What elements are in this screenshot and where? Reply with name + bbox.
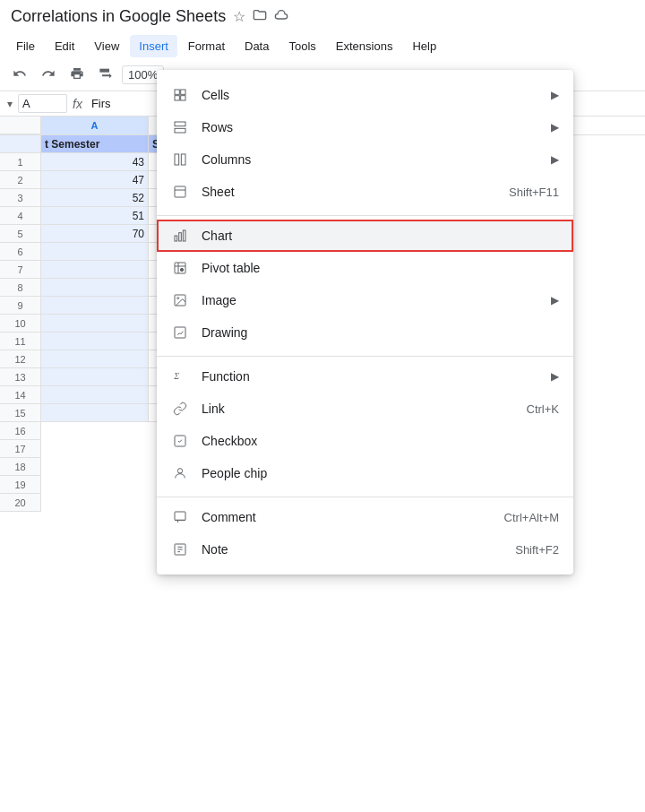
insert-dropdown-menu: Cells ▶ Rows ▶ Columns ▶ xyxy=(157,70,573,574)
svg-rect-13 xyxy=(175,263,185,273)
insert-cells-item[interactable]: Cells ▶ xyxy=(157,79,573,111)
cell-reference[interactable]: A xyxy=(18,94,67,113)
checkbox-icon xyxy=(171,432,189,450)
row-headers: 1 2 3 4 5 6 7 8 9 10 11 12 13 14 15 16 1… xyxy=(0,135,41,512)
paint-format-button[interactable] xyxy=(93,63,118,87)
cell-a-9[interactable] xyxy=(41,297,149,315)
menu-view[interactable]: View xyxy=(85,35,128,57)
cell-a-14[interactable] xyxy=(41,386,149,404)
chart-icon xyxy=(171,227,189,245)
undo-button[interactable] xyxy=(7,63,32,87)
row-header-11: 11 xyxy=(0,333,40,350)
insert-columns-item[interactable]: Columns ▶ xyxy=(157,143,573,176)
svg-rect-6 xyxy=(175,154,179,165)
cell-a-4[interactable]: 51 xyxy=(41,207,149,225)
insert-rows-item[interactable]: Rows ▶ xyxy=(157,111,573,143)
print-button[interactable] xyxy=(64,63,90,87)
insert-note-label: Note xyxy=(202,542,515,557)
insert-checkbox-label: Checkbox xyxy=(202,434,559,448)
menu-data[interactable]: Data xyxy=(236,35,278,57)
note-icon xyxy=(171,540,189,558)
cell-a-2[interactable]: 47 xyxy=(41,171,149,189)
cell-a-8[interactable] xyxy=(41,279,149,297)
menu-tools[interactable]: Tools xyxy=(280,35,324,57)
menu-bar: File Edit View Insert Format Data Tools … xyxy=(0,33,645,59)
insert-drawing-item[interactable]: Drawing xyxy=(157,316,573,349)
svg-rect-10 xyxy=(175,236,177,241)
image-arrow-icon: ▶ xyxy=(551,294,559,307)
cell-a-13[interactable] xyxy=(41,368,149,386)
col-header-a[interactable]: A xyxy=(41,117,149,134)
cell-a-11[interactable] xyxy=(41,333,149,350)
insert-comment-item[interactable]: Comment Ctrl+Alt+M xyxy=(157,501,573,533)
menu-help[interactable]: Help xyxy=(403,35,445,57)
menu-file[interactable]: File xyxy=(7,35,44,57)
svg-text:Σ: Σ xyxy=(173,371,179,381)
cell-a-1[interactable]: 43 xyxy=(41,153,149,171)
cell-a-15[interactable] xyxy=(41,404,149,422)
insert-image-item[interactable]: Image ▶ xyxy=(157,284,573,316)
row-header-18: 18 xyxy=(0,458,40,476)
image-icon xyxy=(171,291,189,309)
insert-sheet-label: Sheet xyxy=(202,185,509,199)
rows-icon xyxy=(171,118,189,136)
comment-shortcut: Ctrl+Alt+M xyxy=(504,511,559,524)
columns-arrow-icon: ▶ xyxy=(551,153,559,166)
svg-rect-19 xyxy=(175,327,185,338)
insert-chart-label: Chart xyxy=(202,229,559,243)
link-icon xyxy=(171,400,189,418)
insert-chart-item[interactable]: Chart xyxy=(157,220,573,252)
cell-a-header[interactable]: t Semester xyxy=(41,135,149,153)
cell-a-10[interactable] xyxy=(41,315,149,333)
cell-a-3[interactable]: 52 xyxy=(41,189,149,207)
menu-format[interactable]: Format xyxy=(179,35,234,57)
svg-rect-1 xyxy=(181,90,185,94)
insert-sheet-item[interactable]: Sheet Shift+F11 xyxy=(157,176,573,208)
row-header-9: 9 xyxy=(0,297,40,315)
insert-pivot-label: Pivot table xyxy=(202,261,559,275)
svg-rect-12 xyxy=(183,230,185,241)
insert-people-chip-item[interactable]: People chip xyxy=(157,457,573,489)
insert-link-item[interactable]: Link Ctrl+K xyxy=(157,393,573,425)
svg-rect-5 xyxy=(175,128,185,133)
insert-note-item[interactable]: Note Shift+F2 xyxy=(157,533,573,566)
expand-icon[interactable]: ▾ xyxy=(7,98,13,110)
cell-a-7[interactable] xyxy=(41,261,149,279)
svg-rect-23 xyxy=(175,512,185,520)
note-shortcut: Shift+F2 xyxy=(515,543,559,557)
row-header-15: 15 xyxy=(0,404,40,422)
folder-icon[interactable] xyxy=(253,8,267,26)
menu-edit[interactable]: Edit xyxy=(46,35,83,57)
people-chip-icon xyxy=(171,464,189,482)
menu-section-1: Cells ▶ Rows ▶ Columns ▶ xyxy=(157,75,573,212)
row-header-20: 20 xyxy=(0,494,40,512)
insert-checkbox-item[interactable]: Checkbox xyxy=(157,425,573,457)
comment-icon xyxy=(171,508,189,526)
cell-a-5[interactable]: 70 xyxy=(41,225,149,243)
star-icon[interactable]: ☆ xyxy=(233,8,245,25)
menu-extensions[interactable]: Extensions xyxy=(327,35,402,57)
sheet-icon xyxy=(171,183,189,201)
redo-button[interactable] xyxy=(36,63,61,87)
row-header-3: 3 xyxy=(0,189,40,207)
svg-point-22 xyxy=(177,469,182,473)
insert-columns-label: Columns xyxy=(202,152,544,167)
svg-rect-8 xyxy=(175,186,185,197)
sheet-shortcut: Shift+F11 xyxy=(509,186,559,199)
columns-icon xyxy=(171,151,189,168)
menu-insert[interactable]: Insert xyxy=(130,35,177,57)
corner-cell xyxy=(0,117,41,134)
insert-function-item[interactable]: Σ Function ▶ xyxy=(157,360,573,393)
svg-rect-0 xyxy=(175,90,179,94)
row-header-10: 10 xyxy=(0,315,40,333)
function-arrow-icon: ▶ xyxy=(551,370,559,383)
cell-a-12[interactable] xyxy=(41,350,149,368)
menu-section-4: Comment Ctrl+Alt+M Note Shift+F2 xyxy=(157,497,573,569)
title-bar: Correlations in Google Sheets ☆ xyxy=(0,0,645,33)
row-header-1: 1 xyxy=(0,153,40,171)
cell-a-6[interactable] xyxy=(41,243,149,261)
row-header-6: 6 xyxy=(0,243,40,261)
row-header-8: 8 xyxy=(0,279,40,297)
insert-pivot-item[interactable]: Pivot table xyxy=(157,252,573,284)
cloud-icon[interactable] xyxy=(274,8,288,26)
